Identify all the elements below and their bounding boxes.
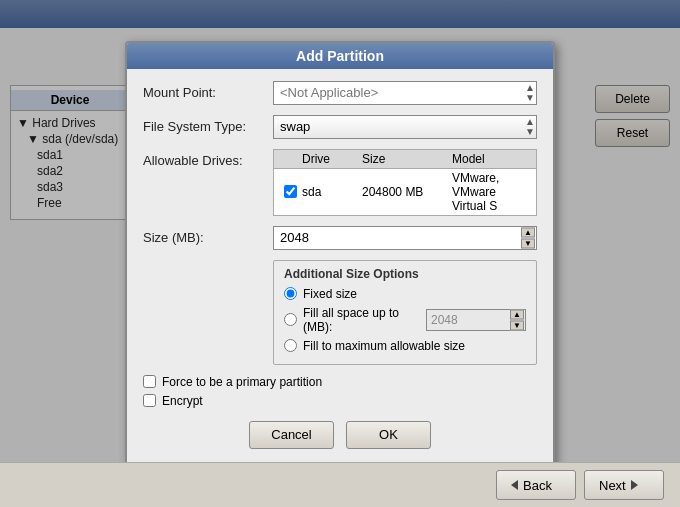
mount-point-row: Mount Point: ▲▼ (143, 81, 537, 105)
fill-spin-up[interactable]: ▲ (510, 309, 524, 319)
dialog-title: Add Partition (127, 43, 553, 69)
allowable-drives-row: Allowable Drives: Drive Size Model sda 2… (143, 149, 537, 216)
fixed-size-label: Fixed size (303, 287, 357, 301)
drives-col-drive: Drive (302, 152, 362, 166)
force-primary-row: Force to be a primary partition (143, 375, 537, 389)
drives-col-check (278, 152, 302, 166)
drive-size: 204800 MB (362, 185, 452, 199)
fill-max-row: Fill to maximum allowable size (284, 339, 526, 353)
fixed-size-row: Fixed size (284, 287, 526, 301)
fill-spin-buttons: ▲ ▼ (510, 309, 524, 330)
drive-checkbox[interactable] (284, 185, 297, 198)
fixed-size-radio[interactable] (284, 287, 297, 300)
fill-max-radio[interactable] (284, 339, 297, 352)
dialog-buttons: Cancel OK (143, 413, 537, 453)
bottom-nav-bar: Back Next (0, 462, 680, 507)
back-button[interactable]: Back (496, 470, 576, 500)
additional-size-options-group: Additional Size Options Fixed size Fill … (273, 260, 537, 365)
drive-checkbox-cell (278, 185, 302, 198)
table-row[interactable]: sda 204800 MB VMware, VMware Virtual S (274, 169, 536, 215)
drives-table: Drive Size Model sda 204800 MB VMware, V… (273, 149, 537, 216)
mount-point-select-wrapper: ▲▼ (273, 81, 537, 105)
mount-point-label: Mount Point: (143, 85, 273, 100)
drives-col-model: Model (452, 152, 532, 166)
force-primary-label: Force to be a primary partition (162, 375, 322, 389)
size-input[interactable]: 2048 (273, 226, 537, 250)
fill-all-space-label: Fill all space up to (MB): (303, 306, 418, 334)
add-partition-dialog: Add Partition Mount Point: ▲▼ File Syste… (125, 41, 555, 467)
drive-model: VMware, VMware Virtual S (452, 171, 532, 213)
size-spin-down[interactable]: ▼ (521, 238, 535, 248)
fill-all-space-radio[interactable] (284, 313, 297, 326)
force-primary-checkbox[interactable] (143, 375, 156, 388)
encrypt-checkbox[interactable] (143, 394, 156, 407)
encrypt-row: Encrypt (143, 394, 537, 408)
additional-size-options-legend: Additional Size Options (284, 267, 526, 281)
dialog-body: Mount Point: ▲▼ File System Type: swap e… (127, 69, 553, 465)
cancel-button[interactable]: Cancel (249, 421, 334, 449)
fill-max-label: Fill to maximum allowable size (303, 339, 465, 353)
size-spin-buttons: ▲ ▼ (521, 227, 535, 248)
allowable-drives-label: Allowable Drives: (143, 149, 273, 168)
file-system-type-label: File System Type: (143, 119, 273, 134)
fill-spin-down[interactable]: ▼ (510, 320, 524, 330)
file-system-type-row: File System Type: swap ext4 ext3 ext2 xf… (143, 115, 537, 139)
back-arrow-icon (511, 480, 518, 490)
back-label: Back (523, 478, 552, 493)
next-label: Next (599, 478, 626, 493)
encrypt-label: Encrypt (162, 394, 203, 408)
drives-col-size: Size (362, 152, 452, 166)
drive-name: sda (302, 185, 362, 199)
file-system-type-select-wrapper: swap ext4 ext3 ext2 xfs vfat ▲▼ (273, 115, 537, 139)
size-spin-up[interactable]: ▲ (521, 227, 535, 237)
file-system-type-select[interactable]: swap ext4 ext3 ext2 xfs vfat (273, 115, 537, 139)
ok-button[interactable]: OK (346, 421, 431, 449)
mount-point-input[interactable] (273, 81, 537, 105)
dialog-overlay: Add Partition Mount Point: ▲▼ File Syste… (0, 0, 680, 507)
size-input-wrapper: 2048 ▲ ▼ (273, 226, 537, 250)
size-label: Size (MB): (143, 230, 273, 245)
drives-table-header: Drive Size Model (274, 150, 536, 169)
fill-all-space-row: Fill all space up to (MB): ▲ ▼ (284, 306, 526, 334)
size-row: Size (MB): 2048 ▲ ▼ (143, 226, 537, 250)
fill-all-space-input-wrapper: ▲ ▼ (426, 309, 526, 331)
next-arrow-icon (631, 480, 638, 490)
next-button[interactable]: Next (584, 470, 664, 500)
